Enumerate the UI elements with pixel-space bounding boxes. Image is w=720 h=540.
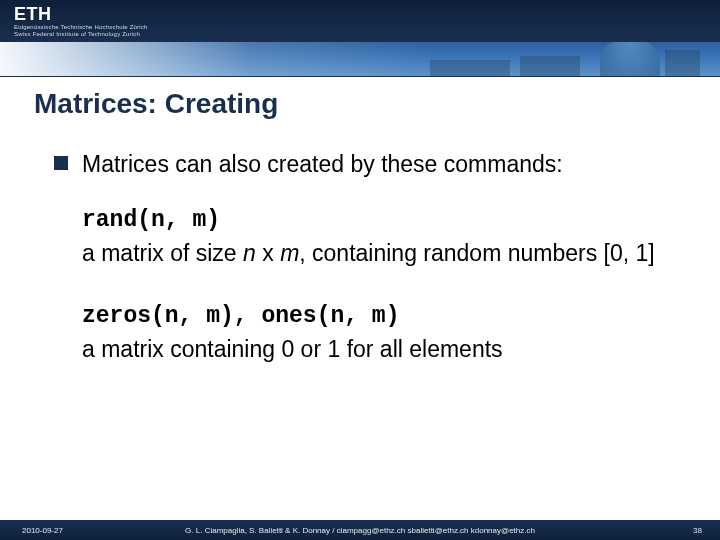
desc-segment: a matrix of size [82, 240, 243, 266]
desc-segment: x [256, 240, 280, 266]
eth-subtitle-1: Eidgenössische Technische Hochschule Zür… [14, 24, 148, 30]
eth-logo: ETH [14, 4, 52, 25]
building-graphic [520, 56, 580, 76]
desc-segment: , containing random numbers [0, 1] [299, 240, 654, 266]
desc-var: m [280, 240, 299, 266]
desc-segment: a matrix containing 0 or 1 for all eleme… [82, 336, 503, 362]
content: Matrices can also created by these comma… [54, 150, 680, 399]
bullet-item: Matrices can also created by these comma… [54, 150, 680, 179]
footer-credits: G. L. Ciampaglia, S. Balietti & K. Donna… [0, 526, 720, 535]
header-photo [0, 42, 720, 76]
header-rule [0, 76, 720, 77]
code-block: zeros(n, m), ones(n, m) a matrix contain… [82, 303, 680, 365]
eth-subtitle-2: Swiss Federal Institute of Technology Zu… [14, 31, 140, 37]
code-description: a matrix of size n x m, containing rando… [82, 239, 680, 269]
bullet-text: Matrices can also created by these comma… [82, 150, 563, 179]
dome-graphic [600, 42, 660, 76]
building-graphic [665, 50, 700, 76]
bullet-icon [54, 156, 68, 170]
building-graphic [430, 60, 510, 76]
slide: ETH Eidgenössische Technische Hochschule… [0, 0, 720, 540]
code-description: a matrix containing 0 or 1 for all eleme… [82, 335, 680, 365]
slide-title: Matrices: Creating [34, 88, 278, 120]
code-text: zeros(n, m), ones(n, m) [82, 303, 680, 329]
header: ETH Eidgenössische Technische Hochschule… [0, 0, 720, 56]
code-text: rand(n, m) [82, 207, 680, 233]
footer-page-number: 38 [693, 526, 702, 535]
footer: 2010-09-27 G. L. Ciampaglia, S. Balietti… [0, 520, 720, 540]
code-block: rand(n, m) a matrix of size n x m, conta… [82, 207, 680, 269]
desc-var: n [243, 240, 256, 266]
